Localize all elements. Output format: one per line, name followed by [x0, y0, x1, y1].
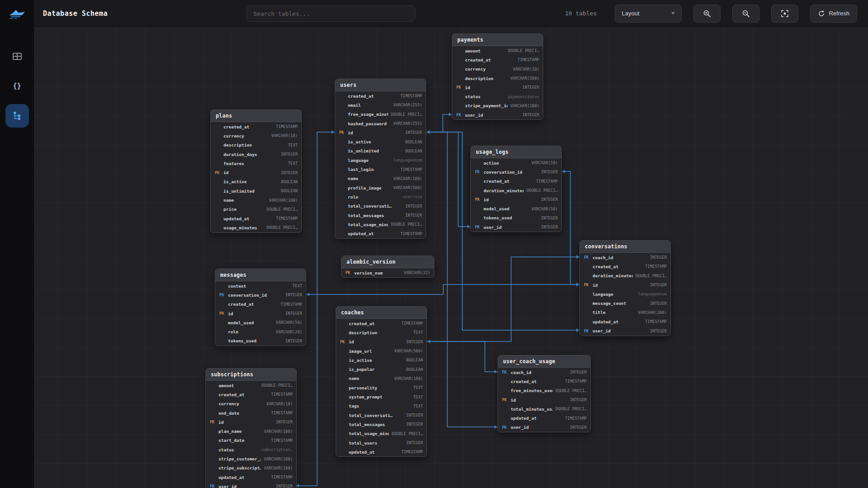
field-name: currency: [223, 133, 244, 138]
field-name: updated_at: [218, 475, 244, 480]
layout-dropdown[interactable]: Layout: [615, 5, 682, 23]
table-title[interactable]: subscriptions: [206, 369, 296, 381]
search-input[interactable]: [247, 5, 415, 22]
table-card-plans[interactable]: planscreated_atTIMESTAMPcurrencyVARCHAR(…: [210, 109, 302, 233]
table-title[interactable]: messages: [215, 269, 306, 281]
field-row: created_atTIMESTAMP: [335, 91, 426, 100]
field-name: total_conversati…: [348, 204, 392, 208]
field-type: VARCHAR(255): [390, 103, 422, 107]
field-row: duration_minutesDOUBLE PRECI…: [471, 186, 561, 195]
sidebar-item-tables[interactable]: [5, 44, 29, 68]
field-name: is_unlimited: [223, 189, 255, 194]
field-row: PKidINTEGER: [471, 195, 561, 204]
field-type: TIMESTAMP: [398, 167, 422, 172]
field-name: last_login: [348, 167, 374, 172]
table-title[interactable]: usage_logs: [471, 146, 561, 158]
refresh-button-label: Refresh: [829, 10, 849, 17]
table-title[interactable]: coaches: [336, 307, 427, 319]
field-type: VARCHAR(200): [635, 310, 667, 315]
field-type: INTEGER: [283, 293, 302, 297]
table-card-conversations[interactable]: conversationsFKcoach_idINTEGERcreated_at…: [579, 240, 671, 336]
pk-badge: PK: [346, 270, 354, 275]
field-name: start_date: [218, 438, 244, 443]
field-name: is_active: [348, 139, 371, 144]
field-type: TIMESTAMP: [268, 411, 293, 415]
field-name: free_usage_minut…: [348, 112, 388, 117]
field-name: role: [228, 329, 238, 334]
field-name: created_at: [465, 57, 491, 62]
field-row: created_atTIMESTAMP: [452, 55, 543, 64]
app-logo[interactable]: [0, 0, 34, 27]
table-card-messages[interactable]: messagescontentTEXTFKconversation_idINTE…: [215, 269, 306, 346]
layout-dropdown-label: Layout: [621, 10, 639, 17]
table-title[interactable]: payments: [452, 34, 543, 46]
field-type: TEXT: [411, 395, 423, 399]
fit-view-button[interactable]: [771, 5, 798, 23]
fk-badge: FK: [502, 370, 511, 374]
field-name: status: [465, 94, 480, 99]
field-name: currency: [465, 66, 486, 71]
field-name: stripe_payment_id: [465, 103, 508, 108]
field-name: tags: [349, 403, 359, 408]
table-card-subscriptions[interactable]: subscriptionsamountDOUBLE PRECI…created_…: [205, 368, 297, 488]
field-row: amountDOUBLE PRECI…: [206, 381, 296, 390]
relationship-edge: [562, 171, 579, 284]
table-card-coaches[interactable]: coachescreated_atTIMESTAMPdescriptionTEX…: [336, 306, 427, 457]
table-title[interactable]: users: [335, 79, 426, 91]
field-type: VARCHAR(100): [261, 457, 293, 461]
field-row: nameVARCHAR(100): [335, 174, 426, 183]
table-title[interactable]: alembic_version: [342, 256, 434, 268]
field-row: total_conversati…INTEGER: [335, 202, 426, 211]
table-title[interactable]: user_coach_usage: [498, 355, 590, 368]
field-name: name: [348, 176, 358, 181]
table-title[interactable]: conversations: [580, 241, 670, 253]
field-type: VARCHAR(500): [391, 349, 423, 353]
schema-canvas[interactable]: planscreated_atTIMESTAMPcurrencyVARCHAR(…: [0, 0, 868, 488]
table-card-user_coach_usage[interactable]: user_coach_usageFKcoach_idINTEGERcreated…: [498, 355, 591, 432]
field-row: created_atTIMESTAMP: [471, 177, 561, 186]
field-name: total_usage_minu…: [348, 222, 388, 227]
field-name: message_count: [593, 301, 626, 306]
field-type: INTEGER: [647, 283, 667, 287]
field-type: INTEGER: [520, 113, 539, 117]
refresh-icon: [818, 10, 825, 17]
table-card-payments[interactable]: paymentsamountDOUBLE PRECI…created_atTIM…: [452, 33, 543, 120]
zoom-in-button[interactable]: [693, 5, 721, 23]
field-name: tokens_used: [484, 215, 512, 220]
edge-arrowhead: [562, 170, 565, 173]
field-name: price: [223, 207, 237, 212]
relationship-edge: [427, 257, 579, 341]
field-name: is_active: [223, 179, 247, 184]
pk-badge: PK: [456, 85, 465, 90]
sidebar-item-json[interactable]: {}: [5, 74, 29, 98]
field-name: created_at: [484, 179, 509, 184]
field-name: stripe_subscript…: [218, 465, 261, 470]
field-name: title: [593, 310, 606, 315]
table-card-users[interactable]: userscreated_atTIMESTAMPemailVARCHAR(255…: [335, 79, 426, 239]
field-row: FKconversation_idINTEGER: [215, 290, 306, 299]
field-name: user_id: [511, 425, 529, 430]
field-type: INTEGER: [538, 216, 558, 220]
field-name: created_at: [349, 321, 375, 326]
field-type: userrole: [400, 194, 422, 199]
field-type: VARCHAR(100): [390, 176, 422, 181]
field-row: statuspaymentstatus: [452, 92, 543, 101]
refresh-button[interactable]: Refresh: [810, 5, 857, 23]
field-name: name: [223, 198, 234, 203]
field-row: roleVARCHAR(20): [215, 327, 306, 336]
search-container: [247, 5, 415, 22]
field-name: currency: [218, 401, 239, 406]
field-name: updated_at: [223, 216, 249, 221]
field-name: version_num: [354, 270, 383, 275]
zoom-out-button[interactable]: [732, 5, 759, 23]
table-card-alembic_version[interactable]: alembic_versionPKversion_numVARCHAR(32): [341, 256, 434, 278]
field-name: features: [223, 161, 244, 166]
field-type: INTEGER: [403, 422, 423, 426]
field-row: PKidINTEGER: [336, 337, 427, 346]
table-title[interactable]: plans: [211, 110, 301, 122]
field-name: updated_at: [349, 450, 375, 455]
table-card-usage_logs[interactable]: usage_logsactionVARCHAR(50)FKconversatio…: [470, 146, 562, 232]
field-name: duration_minutes: [593, 273, 633, 278]
sidebar-item-schema-diagram[interactable]: [5, 104, 29, 128]
field-type: INTEGER: [278, 171, 298, 175]
